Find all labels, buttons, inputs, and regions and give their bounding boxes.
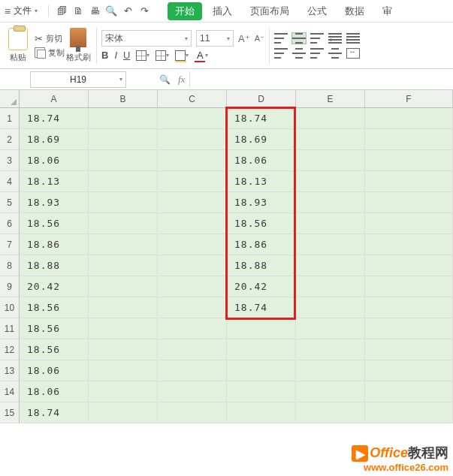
cell-B10[interactable] (89, 297, 158, 318)
align-center-button[interactable] (292, 48, 306, 59)
cell-B9[interactable] (89, 276, 158, 297)
row-header-9[interactable]: 9 (0, 276, 20, 297)
cell-A11[interactable]: 18.56 (20, 318, 89, 339)
cell-C10[interactable] (158, 297, 227, 318)
cell-F5[interactable] (365, 192, 453, 213)
cut-button[interactable]: ✂剪切 (35, 33, 65, 44)
cell-C8[interactable] (158, 255, 227, 276)
align-middle-button[interactable] (292, 33, 306, 44)
cell-D9[interactable]: 20.42 (227, 276, 296, 297)
cell-A12[interactable]: 18.56 (20, 339, 89, 360)
tab-review[interactable]: 审 (375, 2, 400, 21)
menu-icon[interactable]: ≡ (5, 5, 11, 17)
font-name-select[interactable]: 宋体▾ (101, 30, 192, 47)
cell-D3[interactable]: 18.06 (227, 150, 296, 171)
cell-B15[interactable] (89, 402, 158, 423)
cell-D11[interactable] (227, 318, 296, 339)
fill-color-button[interactable]: ▾ (175, 50, 189, 61)
file-menu[interactable]: 文件 (14, 5, 32, 17)
increase-font-button[interactable]: A⁺ (238, 33, 250, 44)
tab-layout[interactable]: 页面布局 (243, 2, 297, 21)
cell-B3[interactable] (89, 150, 158, 171)
justify-button[interactable] (328, 48, 342, 59)
cell-A1[interactable]: 18.74 (20, 108, 89, 129)
cell-E15[interactable] (296, 402, 365, 423)
cell-D4[interactable]: 18.13 (227, 171, 296, 192)
row-header-6[interactable]: 6 (0, 213, 20, 234)
search-icon[interactable]: 🔍 (159, 74, 171, 85)
row-header-1[interactable]: 1 (0, 108, 20, 129)
cell-D15[interactable] (227, 402, 296, 423)
align-left-button[interactable] (274, 48, 288, 59)
cell-E11[interactable] (296, 318, 365, 339)
cell-E14[interactable] (296, 381, 365, 402)
cell-E4[interactable] (296, 171, 365, 192)
cell-D13[interactable] (227, 360, 296, 381)
tab-formula[interactable]: 公式 (300, 2, 334, 21)
cell-reference-input[interactable]: H19▾ (30, 71, 126, 88)
row-header-11[interactable]: 11 (0, 318, 20, 339)
row-header-7[interactable]: 7 (0, 234, 20, 255)
cell-D14[interactable] (227, 381, 296, 402)
cell-E12[interactable] (296, 339, 365, 360)
cell-B4[interactable] (89, 171, 158, 192)
cell-A3[interactable]: 18.06 (20, 150, 89, 171)
align-right-button[interactable] (310, 48, 324, 59)
cell-B13[interactable] (89, 360, 158, 381)
decrease-indent-button[interactable]: ◂ (328, 33, 342, 44)
cell-A13[interactable]: 18.06 (20, 360, 89, 381)
cell-C11[interactable] (158, 318, 227, 339)
cell-F11[interactable] (365, 318, 453, 339)
cell-A15[interactable]: 18.74 (20, 402, 89, 423)
cell-E8[interactable] (296, 255, 365, 276)
cell-F10[interactable] (365, 297, 453, 318)
cell-C6[interactable] (158, 213, 227, 234)
cell-F3[interactable] (365, 150, 453, 171)
cell-A9[interactable]: 20.42 (20, 276, 89, 297)
cell-F13[interactable] (365, 360, 453, 381)
tab-data[interactable]: 数据 (337, 2, 372, 21)
cell-F1[interactable] (365, 108, 453, 129)
chevron-down-icon[interactable]: ▾ (35, 8, 38, 14)
paste-button[interactable]: 粘贴 (5, 28, 32, 63)
cell-F4[interactable] (365, 171, 453, 192)
cell-F2[interactable] (365, 129, 453, 150)
cell-B12[interactable] (89, 339, 158, 360)
save-as-icon[interactable]: 🗎 (70, 5, 86, 17)
column-header-F[interactable]: F (365, 90, 453, 108)
fx-button[interactable]: fx (178, 74, 185, 86)
cell-C13[interactable] (158, 360, 227, 381)
print-preview-icon[interactable]: 🔍 (103, 5, 119, 17)
italic-button[interactable]: I (114, 50, 117, 61)
select-all-corner[interactable] (0, 90, 20, 108)
underline-button[interactable]: U (123, 50, 130, 61)
cell-F15[interactable] (365, 402, 453, 423)
row-header-14[interactable]: 14 (0, 381, 20, 402)
copy-button[interactable]: 复制 (35, 47, 65, 59)
cell-B7[interactable] (89, 234, 158, 255)
cell-C15[interactable] (158, 402, 227, 423)
cell-E2[interactable] (296, 129, 365, 150)
cell-B2[interactable] (89, 129, 158, 150)
row-header-8[interactable]: 8 (0, 255, 20, 276)
column-header-C[interactable]: C (158, 90, 227, 108)
cell-B14[interactable] (89, 381, 158, 402)
cell-D8[interactable]: 18.88 (227, 255, 296, 276)
cell-C12[interactable] (158, 339, 227, 360)
cell-A8[interactable]: 18.88 (20, 255, 89, 276)
cell-A6[interactable]: 18.56 (20, 213, 89, 234)
align-bottom-button[interactable] (310, 33, 324, 44)
redo-icon[interactable]: ↷ (136, 5, 153, 17)
cell-A5[interactable]: 18.93 (20, 192, 89, 213)
cell-A2[interactable]: 18.69 (20, 129, 89, 150)
cell-A4[interactable]: 18.13 (20, 171, 89, 192)
cell-C3[interactable] (158, 150, 227, 171)
row-header-10[interactable]: 10 (0, 297, 20, 318)
cell-D7[interactable]: 18.86 (227, 234, 296, 255)
cell-E9[interactable] (296, 276, 365, 297)
save-icon[interactable]: 🗐 (53, 5, 70, 17)
cell-E13[interactable] (296, 360, 365, 381)
column-header-B[interactable]: B (89, 90, 158, 108)
cell-D5[interactable]: 18.93 (227, 192, 296, 213)
cell-style-button[interactable]: ▾ (156, 50, 169, 61)
